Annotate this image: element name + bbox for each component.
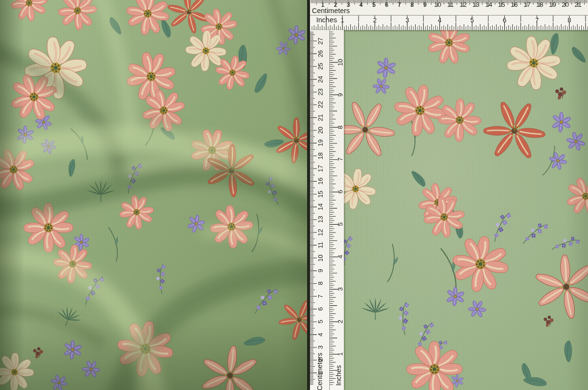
inch-mark-4: 4 [337, 255, 343, 259]
cm-mark-1: 1 [321, 1, 325, 8]
cm-mark-16: 16 [317, 178, 324, 185]
vertical-ruler: Centimeters Inches 123456789101112131415… [310, 30, 344, 390]
cm-mark-19: 19 [317, 140, 324, 146]
cm-mark-22: 22 [317, 101, 324, 108]
cm-mark-19: 19 [549, 1, 556, 8]
cm-mark-2: 2 [334, 1, 337, 8]
cm-mark-27: 27 [317, 37, 324, 44]
cm-mark-6: 6 [317, 307, 324, 311]
cm-mark-14: 14 [317, 203, 324, 210]
flat-fabric-photo [310, 30, 588, 390]
cm-mark-9: 9 [317, 269, 324, 272]
cm-mark-7: 7 [317, 295, 324, 298]
cm-mark-13: 13 [472, 1, 479, 8]
cm-mark-8: 8 [410, 1, 414, 8]
cm-mark-21: 21 [574, 1, 581, 8]
cm-mark-14: 14 [485, 1, 492, 8]
cm-mark-12: 12 [317, 229, 324, 236]
vertical-ruler-ticks [310, 30, 344, 390]
cm-mark-15: 15 [317, 191, 324, 198]
inch-mark-8: 8 [337, 125, 343, 129]
cm-mark-12: 12 [460, 1, 466, 8]
inch-mark-3: 3 [405, 17, 409, 23]
cm-mark-5: 5 [317, 320, 324, 324]
cm-mark-21: 21 [317, 114, 324, 121]
cm-mark-18: 18 [536, 1, 543, 8]
draped-fabric-illustration [0, 0, 307, 390]
fabric-product-photo: Centimeters Inches 123456789101112131415… [0, 0, 588, 390]
inch-mark-6: 6 [503, 17, 506, 23]
cm-mark-8: 8 [317, 282, 324, 285]
cm-mark-11: 11 [317, 242, 324, 248]
cm-mark-25: 25 [317, 63, 324, 70]
inch-mark-5: 5 [337, 223, 343, 226]
horizontal-ruler: Centimeters Inches 123456789101112131415… [310, 0, 588, 30]
cm-mark-3: 3 [317, 345, 324, 349]
cm-mark-6: 6 [385, 1, 388, 8]
inch-mark-1: 1 [337, 352, 343, 356]
cm-mark-3: 3 [346, 1, 350, 8]
cm-mark-13: 13 [317, 216, 324, 223]
inch-mark-10: 10 [337, 59, 343, 65]
cm-mark-20: 20 [317, 127, 324, 134]
inch-mark-7: 7 [535, 17, 539, 23]
cm-mark-23: 23 [317, 89, 324, 95]
flat-fabric-illustration [310, 30, 588, 390]
inch-mark-1: 1 [340, 17, 344, 23]
cm-mark-16: 16 [511, 1, 517, 8]
cm-mark-15: 15 [498, 1, 505, 8]
cm-mark-24: 24 [317, 76, 324, 82]
inch-mark-4: 4 [438, 17, 441, 23]
inch-mark-6: 6 [337, 190, 343, 194]
cm-mark-2: 2 [317, 359, 324, 362]
bottom-shading [0, 0, 307, 390]
cm-mark-17: 17 [317, 165, 324, 172]
cm-mark-7: 7 [398, 1, 401, 8]
cm-mark-26: 26 [317, 50, 324, 57]
cm-mark-17: 17 [524, 1, 530, 8]
cm-mark-18: 18 [317, 152, 324, 159]
cm-mark-4: 4 [317, 333, 324, 336]
edge-shading [310, 30, 588, 390]
inch-mark-7: 7 [337, 158, 343, 161]
draped-fabric-photo [0, 0, 307, 390]
cm-mark-1: 1 [317, 371, 324, 374]
cm-mark-9: 9 [423, 1, 427, 8]
cm-mark-5: 5 [372, 1, 375, 8]
inch-mark-2: 2 [373, 17, 376, 23]
cm-mark-20: 20 [562, 1, 569, 8]
cm-mark-11: 11 [447, 1, 453, 8]
inch-mark-2: 2 [337, 320, 343, 324]
inch-mark-3: 3 [337, 288, 343, 291]
inch-mark-9: 9 [337, 93, 343, 96]
cm-mark-10: 10 [317, 254, 324, 261]
inch-mark-5: 5 [470, 17, 474, 23]
inch-mark-8: 8 [568, 17, 571, 23]
cm-mark-4: 4 [359, 1, 363, 8]
cm-mark-10: 10 [434, 1, 441, 8]
